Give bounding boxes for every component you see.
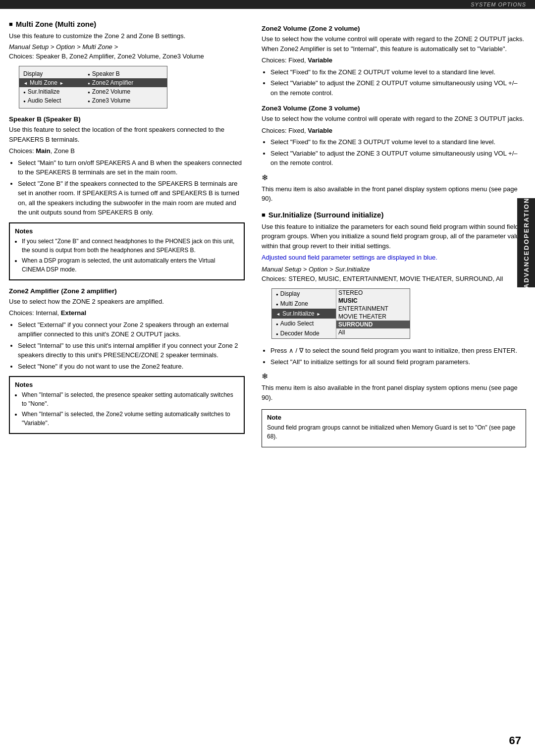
sur-init-audioselect-row: Audio Select [272, 319, 336, 328]
audio-select-label: Audio Select [28, 97, 61, 104]
stereo-item: STEREO [336, 289, 410, 297]
notes-title-1: Notes [15, 227, 239, 235]
zone3-volume-choices: Choices: Fixed, Variable [262, 126, 526, 136]
music-item: MUSIC [336, 297, 410, 305]
menu-row-multizone: Multi Zone Zone2 Amplifier [19, 78, 167, 87]
note-2-item-2: When "Internal" is selected, the Zone2 v… [22, 410, 239, 428]
sur-init-left-menu: Display Multi Zone S [272, 289, 336, 338]
sur-init-display-row: Display [272, 289, 336, 299]
left-column: Multi Zone (Multi zone) Use this feature… [9, 18, 257, 452]
multi-zone-intro: Use this feature to customize the Zone 2… [9, 31, 245, 41]
side-tab-line2: OPERATION [523, 197, 530, 244]
zone2-vol-bullet-1: Select "Fixed" to fix the ZONE 2 OUTPUT … [270, 67, 526, 77]
sur-init-multizone-row: Multi Zone [272, 299, 336, 309]
sur-initialize-blue-note: Adjusted sound field parameter settings … [262, 253, 526, 263]
zone3-volume-section: Zone3 Volume (Zone 3 volume) Use to sele… [262, 105, 526, 168]
sur-initialize-path: Manual Setup > Option > Sur.Initialize [262, 266, 526, 273]
multi-zone-path: Manual Setup > Option > Multi Zone > [9, 43, 245, 51]
right-column: Zone2 Volume (Zone 2 volume) Use to sele… [257, 18, 526, 452]
multi-zone-choices: Choices: Speaker B, Zone2 Amplifier, Zon… [9, 52, 245, 61]
snowflake-note-1-text: This menu item is also available in the … [262, 184, 526, 204]
zone2-amp-bullet-3: Select "None" if you do not want to use … [18, 362, 245, 372]
zone2-vol-bullet-2: Select "Variable" to adjust the ZONE 2 O… [270, 78, 526, 98]
zone2-amp-label: Zone2 Amplifier [92, 79, 133, 86]
zone2-amp-bullets: Select "External" if you connect your Zo… [18, 320, 245, 372]
zone2-amp-bullet-1: Select "External" if you connect your Zo… [18, 320, 245, 339]
zone2-volume-choices: Choices: Fixed, Variable [262, 55, 526, 65]
sur-initialize-section: Sur.Initialize (Surround initialize) Use… [262, 211, 526, 448]
snowflake-icon-1: ❄ [262, 173, 526, 182]
sur-init-label: Sur.Initialize [28, 88, 60, 95]
multi-zone-section: Multi Zone (Multi zone) Use this feature… [9, 20, 245, 434]
sur-init-decoder-row: Decoder Mode [272, 328, 336, 338]
sur-init-right-menu: STEREO MUSIC ENTERTAINMENT MOVIE THEATER… [336, 289, 410, 338]
snowflake-icon-2: ❄ [262, 372, 526, 381]
zone2-amp-heading: Zone2 Amplifier (Zone 2 amplifier) [9, 287, 245, 295]
zone3-volume-heading: Zone3 Volume (Zone 3 volume) [262, 105, 526, 112]
speaker-b-bullet-2: Select "Zone B" if the speakers connecte… [18, 179, 245, 217]
speaker-b-bullets: Select "Main" to turn on/off SPEAKERS A … [18, 158, 245, 217]
note-box: Note Sound field program groups cannot b… [262, 409, 526, 447]
top-bar: SYSTEM OPTIONS [0, 0, 535, 9]
speaker-b-label: Speaker B [92, 70, 120, 77]
zone2-amp-choices: Choices: Internal, External [9, 308, 245, 318]
notes-list-1: If you select "Zone B" and connect headp… [22, 237, 239, 274]
zone2-vol-label: Zone2 Volume [92, 88, 130, 95]
speaker-b-text: Use this feature to select the location … [9, 125, 245, 144]
sur-init-bullet-2: Select "All" to initialize settings for … [270, 357, 526, 367]
speaker-b-heading: Speaker B (Speaker B) [9, 115, 245, 123]
page-number: 67 [509, 734, 521, 747]
side-tab-line1: ADVANCED [523, 244, 530, 288]
all-item: All [336, 328, 410, 336]
multi-zone-label: Multi Zone [30, 79, 57, 86]
zone3-vol-label: Zone3 Volume [92, 97, 130, 104]
zone3-volume-text: Use to select how the volume control wil… [262, 114, 526, 124]
zone3-vol-dot [88, 97, 90, 104]
note-1-item-2: When a DSP program is selected, the unit… [22, 256, 239, 274]
note-2-item-1: When "Internal" is selected, the presenc… [22, 390, 239, 408]
multi-zone-arrow-right [59, 79, 64, 86]
sur-init-bullet-1: Press ∧ / ∇ to select the sound field pr… [270, 346, 526, 356]
menu-row-display: Display Speaker B [19, 69, 167, 78]
display-label: Display [23, 70, 43, 77]
movie-theater-item: MOVIE THEATER [336, 313, 410, 321]
entertainment-item: ENTERTAINMENT [336, 305, 410, 313]
snowflake-note-2-text: This menu item is also available in the … [262, 383, 526, 402]
zone2-amp-bullet-2: Select "Internal" to use this unit's int… [18, 341, 245, 360]
speaker-b-bullet-1: Select "Main" to turn on/off SPEAKERS A … [18, 158, 245, 177]
note-1-item-1: If you select "Zone B" and connect headp… [22, 237, 239, 255]
zone2-volume-text: Use to select how the volume control wil… [262, 34, 526, 54]
audio-select-dot [23, 97, 26, 104]
zone2-amp-dot [88, 79, 90, 86]
sur-init-active-row: Sur.Initialize [272, 309, 336, 319]
notes-box-2: Notes When "Internal" is selected, the p… [9, 376, 245, 434]
menu-row-audio-select: Audio Select Zone3 Volume [19, 96, 167, 105]
zone2-volume-bullets: Select "Fixed" to fix the ZONE 2 OUTPUT … [270, 67, 526, 98]
speaker-b-dot [88, 70, 90, 77]
sur-initialize-choices: Choices: STEREO, MUSIC, ENTERTAINMENT, M… [262, 274, 526, 284]
notes-title-2: Notes [15, 381, 239, 388]
multi-zone-menu-diagram: Display Speaker B Multi Zone [19, 66, 167, 108]
multi-zone-arrow-left [23, 79, 28, 86]
snowflake-note-2-block: ❄ This menu item is also available in th… [262, 372, 526, 402]
side-tab: ADVANCED OPERATION [517, 198, 535, 287]
note-box-title: Note [267, 414, 521, 421]
sur-initialize-title: Sur.Initialize (Surround initialize) [262, 211, 526, 219]
snowflake-note-1-block: ❄ This menu item is also available in th… [262, 173, 526, 204]
speaker-b-choices: Choices: Main, Zone B [9, 146, 245, 156]
note-box-text: Sound field program groups cannot be ini… [267, 423, 521, 441]
zone2-volume-section: Zone2 Volume (Zone 2 volume) Use to sele… [262, 25, 526, 98]
sur-init-dot [23, 88, 26, 95]
top-bar-text: SYSTEM OPTIONS [471, 1, 526, 7]
multi-zone-title: Multi Zone (Multi zone) [9, 20, 245, 28]
notes-box-1: Notes If you select "Zone B" and connect… [9, 222, 245, 280]
zone3-vol-bullet-1: Select "Fixed" to fix the ZONE 3 OUTPUT … [270, 137, 526, 147]
sur-initialize-intro: Use this feature to initialize the param… [262, 222, 526, 251]
notes-list-2: When "Internal" is selected, the presenc… [22, 390, 239, 428]
sur-initialize-menu-diagram: Display Multi Zone S [271, 288, 410, 339]
zone3-vol-bullet-2: Select "Variable" to adjust the ZONE 3 O… [270, 149, 526, 168]
zone2-volume-heading: Zone2 Volume (Zone 2 volume) [262, 25, 526, 32]
sur-initialize-bullets: Press ∧ / ∇ to select the sound field pr… [270, 346, 526, 367]
zone3-volume-bullets: Select "Fixed" to fix the ZONE 3 OUTPUT … [270, 137, 526, 168]
menu-row-sur-init: Sur.Initialize Zone2 Volume [19, 87, 167, 96]
